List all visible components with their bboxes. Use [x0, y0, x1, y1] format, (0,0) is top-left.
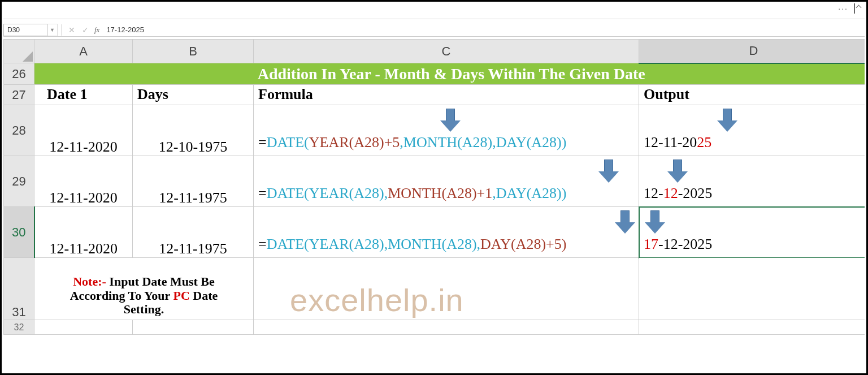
- note-label: Note:-: [73, 274, 106, 288]
- cell-c31[interactable]: [254, 258, 639, 320]
- formula-part: MONTH(A28)+1: [388, 185, 492, 201]
- col-header-a[interactable]: A: [34, 40, 133, 63]
- cell-b28[interactable]: 12-10-1975: [133, 105, 254, 156]
- note-text: According To Your: [70, 288, 173, 303]
- title-cell[interactable]: Addition In Year - Month & Days Within T…: [34, 63, 865, 85]
- more-options-icon[interactable]: ···: [838, 4, 848, 13]
- row-header-31[interactable]: 31: [4, 258, 34, 320]
- output-part: 25: [697, 134, 711, 150]
- formula-part: =: [258, 236, 267, 252]
- cell-a29[interactable]: 12-11-2020: [34, 156, 133, 207]
- col-header-b[interactable]: B: [133, 40, 254, 63]
- divider: [61, 24, 62, 36]
- formula-part: MONTH(A28): [403, 134, 492, 150]
- header-formula[interactable]: Formula: [254, 85, 639, 105]
- output-part: 17: [644, 236, 658, 252]
- note-cell[interactable]: Note:- Input Date Must Be According To Y…: [34, 258, 254, 320]
- row-header-28[interactable]: 28: [4, 105, 34, 156]
- formula-part: DATE(: [267, 134, 309, 150]
- row-header-32[interactable]: 32: [4, 320, 34, 335]
- note-text: Date: [190, 288, 218, 303]
- row-header-27[interactable]: 27: [4, 85, 34, 105]
- note-text: Input Date Must Be: [106, 274, 215, 288]
- formula-part: YEAR(A28): [309, 236, 384, 252]
- cell-c30[interactable]: =DATE(YEAR(A28),MONTH(A28),DAY(A28)+5): [254, 207, 639, 258]
- header-date1[interactable]: Date 1: [34, 85, 133, 105]
- row-header-29[interactable]: 29: [4, 156, 34, 207]
- share-icon[interactable]: [854, 4, 855, 13]
- cell-d31[interactable]: [639, 258, 865, 320]
- cell-a30[interactable]: 12-11-2020: [34, 207, 133, 258]
- name-box[interactable]: D30: [3, 24, 47, 36]
- output-part: -12-2025: [658, 236, 712, 252]
- col-header-d[interactable]: D: [639, 40, 865, 63]
- row-header-26[interactable]: 26: [4, 63, 34, 85]
- cell-a32[interactable]: [34, 320, 133, 335]
- formula-part: DAY(A28)): [496, 134, 567, 150]
- arrow-down-icon: [440, 109, 461, 133]
- formula-part: YEAR(A28)+5: [309, 134, 400, 150]
- cell-b29[interactable]: 12-11-1975: [133, 156, 254, 207]
- formula-part: YEAR(A28): [309, 185, 384, 201]
- output-part: 12-: [644, 185, 663, 201]
- formula-part: MONTH(A28): [388, 236, 476, 252]
- cell-c28[interactable]: =DATE(YEAR(A28)+5,MONTH(A28),DAY(A28)): [254, 105, 639, 156]
- formula-bar-row: D30 ▼ ✕ ✓ fx: [3, 23, 865, 37]
- formula-part: =: [258, 134, 267, 150]
- toolbar-divider: [3, 19, 865, 19]
- formula-part: DAY(A28)+5): [480, 236, 566, 252]
- cell-c29[interactable]: =DATE(YEAR(A28),MONTH(A28)+1,DAY(A28)): [254, 156, 639, 207]
- cell-c32[interactable]: [254, 320, 639, 335]
- column-header-row: A B C D: [4, 40, 865, 63]
- name-box-dropdown-icon[interactable]: ▼: [47, 24, 58, 36]
- spreadsheet-grid: A B C D 26 Addition In Year - Month & Da…: [3, 39, 865, 372]
- cell-b30[interactable]: 12-11-1975: [133, 207, 254, 258]
- header-days[interactable]: Days: [133, 85, 254, 105]
- output-part: 12: [663, 185, 678, 201]
- cell-d28[interactable]: 12-11-2025: [639, 105, 865, 156]
- formula-part: DAY(A28)): [496, 185, 567, 201]
- formula-part: DATE(: [267, 185, 309, 201]
- cell-d30[interactable]: 17-12-2025: [639, 207, 865, 258]
- formula-part: =: [258, 185, 267, 201]
- header-output[interactable]: Output: [639, 85, 865, 105]
- cell-a28[interactable]: 12-11-2020: [34, 105, 133, 156]
- arrow-down-icon: [717, 109, 737, 133]
- output-part: -2025: [678, 185, 713, 201]
- output-part: 12-11-20: [644, 134, 697, 150]
- arrow-down-icon: [615, 210, 635, 235]
- col-header-c[interactable]: C: [254, 40, 639, 63]
- note-text: Setting.: [124, 302, 164, 316]
- formula-part: DATE(: [267, 236, 309, 252]
- arrow-down-icon: [598, 160, 619, 184]
- note-text: PC: [173, 288, 189, 303]
- select-all-corner[interactable]: [4, 40, 34, 63]
- cell-d29[interactable]: 12-12-2025: [639, 156, 865, 207]
- arrow-down-icon: [667, 160, 688, 184]
- formula-input[interactable]: [104, 24, 865, 36]
- arrow-down-icon: [645, 210, 665, 235]
- cancel-icon[interactable]: ✕: [65, 25, 79, 35]
- fx-icon[interactable]: fx: [92, 25, 104, 35]
- row-header-30[interactable]: 30: [4, 207, 34, 258]
- cell-d32[interactable]: [639, 320, 865, 335]
- accept-icon[interactable]: ✓: [79, 25, 92, 35]
- cell-b32[interactable]: [133, 320, 254, 335]
